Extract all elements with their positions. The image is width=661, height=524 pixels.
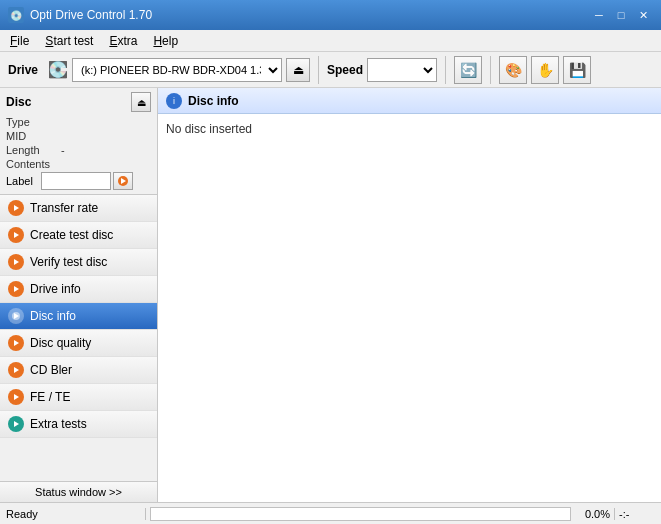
menu-help[interactable]: Help	[145, 30, 186, 51]
content-area: i Disc info No disc inserted	[158, 88, 661, 502]
content-title: Disc info	[188, 94, 239, 108]
content-header: i Disc info	[158, 88, 661, 114]
save-button[interactable]: 💾	[563, 56, 591, 84]
nav-verify-test-disc[interactable]: Verify test disc	[0, 249, 157, 276]
titlebar: 💿 Opti Drive Control 1.70 ─ □ ✕	[0, 0, 661, 30]
disc-label-input[interactable]	[41, 172, 111, 190]
close-button[interactable]: ✕	[633, 5, 653, 25]
disc-section-label: Disc	[6, 95, 31, 109]
app-icon: 💿	[8, 7, 24, 23]
no-disc-text: No disc inserted	[166, 122, 252, 136]
disc-label-text: Label	[6, 175, 41, 187]
nav-label-transfer-rate: Transfer rate	[30, 201, 98, 215]
nav-icon-create-test-disc	[8, 227, 24, 243]
main-area: Disc ⏏ Type MID Length - Contents Label	[0, 88, 661, 502]
nav-label-verify-test-disc: Verify test disc	[30, 255, 107, 269]
titlebar-controls: ─ □ ✕	[589, 5, 653, 25]
sidebar: Disc ⏏ Type MID Length - Contents Label	[0, 88, 158, 502]
nav-label-create-test-disc: Create test disc	[30, 228, 113, 242]
disc-contents-row: Contents	[6, 158, 151, 170]
nav-icon-disc-quality	[8, 335, 24, 351]
nav-icon-drive-info	[8, 281, 24, 297]
speed-label: Speed	[327, 63, 363, 77]
nav-icon-disc-info	[8, 308, 24, 324]
nav-label-fe-te: FE / TE	[30, 390, 70, 404]
disc-length-value: -	[61, 144, 65, 156]
speed-dropdown[interactable]	[367, 58, 437, 82]
nav-cd-bler[interactable]: CD Bler	[0, 357, 157, 384]
titlebar-title: Opti Drive Control 1.70	[30, 8, 152, 22]
disc-length-label: Length	[6, 144, 61, 156]
menu-file[interactable]: File	[2, 30, 37, 51]
nav-label-disc-quality: Disc quality	[30, 336, 91, 350]
nav-fe-te[interactable]: FE / TE	[0, 384, 157, 411]
disc-label-row: Label	[6, 172, 151, 190]
menu-extra[interactable]: Extra	[101, 30, 145, 51]
maximize-button[interactable]: □	[611, 5, 631, 25]
nav-extra-tests[interactable]: Extra tests	[0, 411, 157, 438]
nav-label-cd-bler: CD Bler	[30, 363, 72, 377]
nav-label-disc-info: Disc info	[30, 309, 76, 323]
nav-icon-extra-tests	[8, 416, 24, 432]
disc-type-row: Type	[6, 116, 151, 128]
disc-mid-label: MID	[6, 130, 61, 142]
toolbar-separator-2	[445, 56, 446, 84]
minimize-button[interactable]: ─	[589, 5, 609, 25]
nav-disc-info[interactable]: Disc info	[0, 303, 157, 330]
titlebar-left: 💿 Opti Drive Control 1.70	[8, 7, 152, 23]
drive-select-container: 💽 (k:) PIONEER BD-RW BDR-XD04 1.30	[46, 58, 282, 82]
toolbar: Drive 💽 (k:) PIONEER BD-RW BDR-XD04 1.30…	[0, 52, 661, 88]
disc-label-go-button[interactable]	[113, 172, 133, 190]
content-header-icon: i	[166, 93, 182, 109]
status-time-text: -:-	[615, 508, 655, 520]
disc-eject-button[interactable]: ⏏	[131, 92, 151, 112]
status-window-button[interactable]: Status window >>	[0, 481, 157, 502]
disc-type-label: Type	[6, 116, 61, 128]
status-progress-bar-container	[150, 507, 571, 521]
nav-disc-quality[interactable]: Disc quality	[0, 330, 157, 357]
disc-header: Disc ⏏	[6, 92, 151, 112]
disc-contents-label: Contents	[6, 158, 61, 170]
toolbar-separator-3	[490, 56, 491, 84]
nav-icon-verify-test-disc	[8, 254, 24, 270]
statusbar: Ready 0.0% -:-	[0, 502, 661, 524]
disc-mid-row: MID	[6, 130, 151, 142]
hand-button[interactable]: ✋	[531, 56, 559, 84]
nav-transfer-rate[interactable]: Transfer rate	[0, 195, 157, 222]
nav-drive-info[interactable]: Drive info	[0, 276, 157, 303]
refresh-button[interactable]: 🔄	[454, 56, 482, 84]
status-ready-text: Ready	[6, 508, 146, 520]
drive-icon: 💽	[46, 58, 70, 82]
nav-icon-transfer-rate	[8, 200, 24, 216]
disc-section: Disc ⏏ Type MID Length - Contents Label	[0, 88, 157, 195]
disc-length-row: Length -	[6, 144, 151, 156]
color-button[interactable]: 🎨	[499, 56, 527, 84]
nav-label-drive-info: Drive info	[30, 282, 81, 296]
drive-label: Drive	[4, 63, 42, 77]
nav-create-test-disc[interactable]: Create test disc	[0, 222, 157, 249]
drive-dropdown[interactable]: (k:) PIONEER BD-RW BDR-XD04 1.30	[72, 58, 282, 82]
status-percent-text: 0.0%	[575, 508, 615, 520]
eject-button[interactable]: ⏏	[286, 58, 310, 82]
go-icon	[117, 175, 129, 187]
nav-label-extra-tests: Extra tests	[30, 417, 87, 431]
menu-start-test[interactable]: Start test	[37, 30, 101, 51]
content-body: No disc inserted	[158, 114, 661, 502]
nav-icon-fe-te	[8, 389, 24, 405]
menubar: File Start test Extra Help	[0, 30, 661, 52]
nav-icon-cd-bler	[8, 362, 24, 378]
nav-items: Transfer rate Create test disc Verify te…	[0, 195, 157, 481]
toolbar-separator-1	[318, 56, 319, 84]
